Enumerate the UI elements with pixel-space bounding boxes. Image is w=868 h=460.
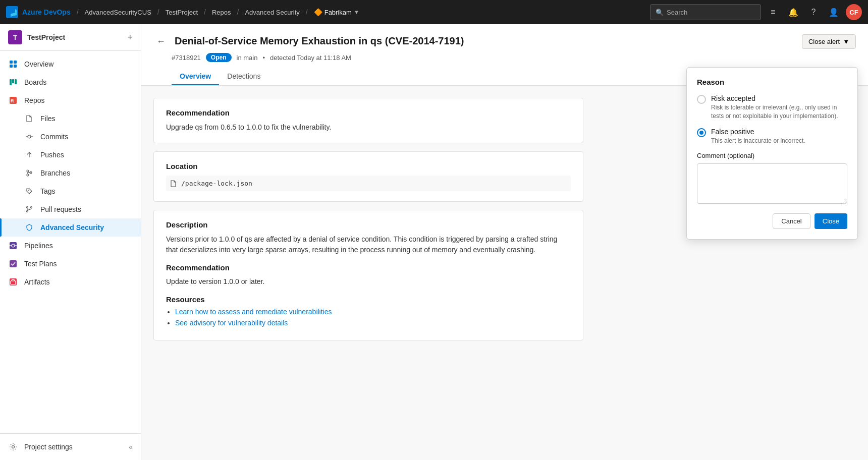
sidebar-item-project-settings[interactable]: Project settings «: [0, 438, 141, 456]
artifacts-icon: [8, 277, 18, 287]
pullrequests-icon: [24, 204, 34, 214]
commits-icon: [24, 132, 34, 142]
settings-icon: [8, 442, 18, 452]
sidebar-item-artifacts[interactable]: Artifacts: [0, 273, 141, 291]
sep3: /: [204, 8, 206, 16]
resource-link-1[interactable]: Learn how to assess and remediate vulner…: [175, 308, 332, 316]
testplans-label: Test Plans: [24, 260, 57, 268]
sidebar-item-boards[interactable]: Boards: [0, 73, 141, 91]
files-icon: [24, 113, 34, 124]
collapse-icon[interactable]: «: [129, 443, 133, 451]
sidebar-item-overview[interactable]: Overview: [0, 55, 141, 73]
svg-rect-4: [10, 79, 12, 85]
false-positive-desc: This alert is inaccurate or incorrect.: [711, 137, 805, 145]
risk-accepted-desc: Risk is tolerable or irrelevant (e.g., o…: [711, 103, 847, 121]
user-settings-icon[interactable]: 👤: [826, 4, 842, 20]
sep1: /: [77, 8, 79, 16]
testplans-icon: [8, 259, 18, 269]
file-path: /package-lock.json: [181, 180, 252, 187]
risk-accepted-label: Risk accepted: [711, 94, 847, 102]
pullrequests-label: Pull requests: [40, 205, 81, 213]
resources-list: Learn how to assess and remediate vulner…: [166, 308, 571, 327]
sidebar-item-repos[interactable]: R Repos: [0, 91, 141, 109]
option-risk-accepted[interactable]: Risk accepted Risk is tolerable or irrel…: [697, 94, 847, 121]
sidebar-item-pullrequests[interactable]: Pull requests: [0, 200, 141, 218]
svg-point-18: [27, 207, 28, 208]
svg-rect-2: [10, 65, 13, 68]
resource-item-2: See advisory for vulnerability details: [175, 319, 571, 327]
org-crumb[interactable]: AdvancedSecurityCUS: [85, 9, 151, 16]
pipelines-icon: [8, 241, 18, 251]
sidebar-item-testplans[interactable]: Test Plans: [0, 255, 141, 273]
tab-overview[interactable]: Overview: [172, 68, 219, 85]
radio-false-positive[interactable]: [697, 128, 706, 137]
svg-rect-26: [10, 260, 17, 267]
chevron-down-icon: ▼: [843, 38, 849, 45]
repo-crumb[interactable]: 🔶 Fabrikam ▼: [314, 8, 359, 16]
close-confirm-button[interactable]: Close: [815, 213, 847, 229]
project-crumb[interactable]: TestProject: [166, 9, 198, 16]
recommendation-text: Upgrade qs from 0.6.5 to 1.0.0 to fix th…: [166, 122, 571, 133]
menu-icon[interactable]: ≡: [765, 4, 781, 20]
svg-point-9: [28, 135, 31, 138]
tags-icon: [24, 186, 34, 196]
option-false-positive[interactable]: False positive This alert is inaccurate …: [697, 128, 847, 145]
panel-actions: Cancel Close: [697, 213, 847, 229]
search-icon: 🔍: [656, 9, 664, 16]
svg-rect-0: [10, 61, 13, 64]
overview-label: Overview: [24, 60, 53, 68]
advanced-security-icon: [24, 222, 34, 233]
comment-textarea[interactable]: [697, 163, 847, 204]
topnav: Azure DevOps / AdvancedSecurityCUS / Tes…: [0, 0, 868, 24]
branches-label: Branches: [40, 169, 70, 177]
tab-detections[interactable]: Detections: [219, 68, 268, 85]
help-icon[interactable]: ?: [805, 4, 822, 20]
sidebar-item-files[interactable]: Files: [0, 109, 141, 128]
notifications-icon[interactable]: 🔔: [785, 4, 801, 20]
project-avatar: T: [8, 30, 22, 44]
sidebar-item-pushes[interactable]: Pushes: [0, 146, 141, 164]
sidebar-item-pipelines[interactable]: Pipelines: [0, 237, 141, 255]
resource-link-2[interactable]: See advisory for vulnerability details: [175, 319, 288, 327]
recommendation2-title: Recommendation: [166, 263, 571, 272]
recommendation2-text: Update to version 1.0.0 or later.: [166, 276, 571, 287]
files-label: Files: [40, 114, 56, 123]
resources-title: Resources: [166, 295, 571, 304]
sidebar-item-commits[interactable]: Commits: [0, 128, 141, 146]
boards-label: Boards: [24, 78, 46, 86]
close-alert-button[interactable]: Close alert ▼: [802, 34, 856, 49]
description-card: Description Versions prior to 1.0.0 of q…: [153, 210, 583, 340]
svg-rect-1: [14, 61, 17, 64]
sidebar-item-tags[interactable]: Tags: [0, 182, 141, 200]
search-box[interactable]: 🔍 Search: [650, 4, 761, 20]
svg-point-19: [27, 211, 28, 212]
svg-rect-3: [14, 65, 17, 68]
sidebar-item-advanced-security[interactable]: Advanced Security: [0, 218, 141, 237]
repos-crumb[interactable]: Repos: [212, 9, 231, 16]
comment-label: Comment (optional): [697, 152, 847, 159]
location-title: Location: [166, 162, 571, 170]
pushes-label: Pushes: [40, 151, 64, 159]
location-card: Location /package-lock.json: [153, 151, 583, 202]
nav-icons: ≡ 🔔 ? 👤 CF: [765, 4, 862, 20]
svg-point-17: [28, 190, 29, 191]
project-name: TestProject: [27, 33, 122, 41]
advsec-crumb[interactable]: Advanced Security: [245, 9, 299, 16]
svg-rect-5: [12, 79, 14, 83]
sidebar-item-branches[interactable]: Branches: [0, 164, 141, 182]
add-project-icon[interactable]: +: [127, 32, 133, 43]
back-button[interactable]: ←: [153, 35, 169, 48]
close-alert-panel: Reason Risk accepted Risk is tolerable o…: [686, 67, 858, 240]
cancel-button[interactable]: Cancel: [773, 213, 810, 229]
alert-status-badge: Open: [206, 53, 232, 62]
sep4: /: [237, 8, 239, 16]
radio-risk-accepted[interactable]: [697, 95, 706, 104]
overview-icon: [8, 59, 18, 69]
alert-branch: in main: [237, 54, 258, 62]
alert-body: Recommendation Upgrade qs from 0.6.5 to …: [141, 86, 595, 361]
option-false-positive-content: False positive This alert is inaccurate …: [711, 128, 805, 145]
option-risk-accepted-content: Risk accepted Risk is tolerable or irrel…: [711, 94, 847, 121]
commits-label: Commits: [40, 133, 68, 141]
user-avatar[interactable]: CF: [846, 4, 862, 20]
close-alert-label: Close alert: [808, 38, 840, 45]
